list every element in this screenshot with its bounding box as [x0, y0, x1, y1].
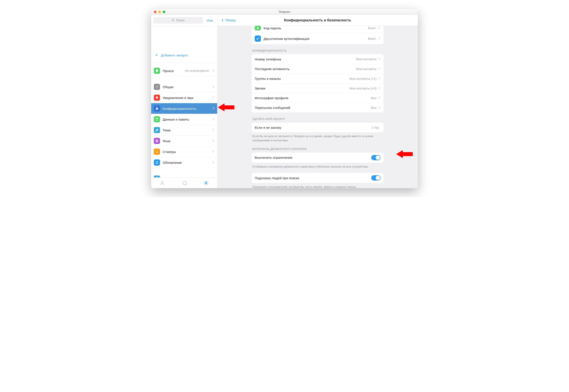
- chevron-right-icon: [212, 128, 214, 132]
- sidebar-item-label: Общие: [163, 85, 210, 89]
- section-header-privacy: КОНФИДЕНЦИАЛЬНОСТЬ: [251, 44, 384, 54]
- edit-button[interactable]: Изм.: [205, 18, 215, 22]
- chevron-right-icon: [378, 67, 380, 71]
- toggle-suggest[interactable]: [371, 175, 380, 181]
- sidebar-item-label: Уведомления и звук: [163, 96, 210, 100]
- suggest-note: Показывать пользователей, которым Вы час…: [251, 183, 384, 188]
- chevron-right-icon: [212, 117, 214, 121]
- sidebar-item-proxy[interactable]: Прокси Не используется: [151, 66, 217, 76]
- sidebar-item-privacy[interactable]: Конфиденциальность: [151, 103, 217, 114]
- svg-line-15: [205, 181, 205, 182]
- sidebar-item-theme[interactable]: Тема: [151, 125, 217, 136]
- svg-line-16: [207, 184, 208, 184]
- sidebar: Поиск Изм. + Добавить аккаунт Прокси Не …: [151, 15, 217, 188]
- window-title: Telegram: [151, 10, 418, 14]
- row-calls[interactable]: ЗвонкиМои контакты (+3): [252, 83, 384, 93]
- main-panel: Назад Конфиденциальность и безопасность …: [217, 15, 418, 188]
- row-label: Код-пароль: [264, 26, 368, 30]
- tab-contacts[interactable]: [151, 178, 173, 188]
- row-value: Выкл.: [368, 26, 376, 30]
- row-two-step[interactable]: Двухэтапная аутентификация Выкл.: [252, 33, 384, 44]
- search-placeholder: Поиск: [176, 18, 185, 22]
- privacy-card: Номер телефонаМои контакты Последняя акт…: [251, 54, 384, 113]
- sidebar-item-label: Стикеры: [163, 150, 210, 154]
- bell-icon: [154, 95, 160, 101]
- shield-icon: [154, 68, 160, 74]
- key-icon: [255, 36, 261, 42]
- svg-line-1: [174, 21, 174, 21]
- row-passcode[interactable]: Код-пароль Выкл.: [252, 26, 384, 33]
- chevron-right-icon: [378, 106, 380, 110]
- chevron-right-icon: [212, 96, 214, 100]
- row-value: Выкл.: [368, 37, 376, 40]
- row-suggest-people[interactable]: Подсказка людей при поиске: [252, 173, 384, 183]
- tab-settings[interactable]: [195, 178, 217, 188]
- row-label: Двухэтапная аутентификация: [264, 37, 368, 41]
- sidebar-item-notifications[interactable]: Уведомления и звук: [151, 92, 217, 103]
- chevron-right-icon: [378, 77, 380, 81]
- sidebar-scroll[interactable]: + Добавить аккаунт Прокси Не используетс…: [151, 26, 217, 178]
- main-header: Назад Конфиденциальность и безопасность: [217, 15, 418, 26]
- sidebar-item-label: Тема: [163, 128, 210, 132]
- chevron-right-icon: [212, 177, 214, 178]
- gear-icon: [154, 84, 160, 90]
- plus-icon: +: [155, 53, 158, 57]
- svg-point-9: [161, 181, 163, 183]
- row-delete-inactive[interactable]: Если я не захожу 1 год: [252, 123, 384, 132]
- row-groups[interactable]: Группы и каналыМои контакты (+1): [252, 74, 384, 83]
- chevron-right-icon: [378, 96, 380, 100]
- svg-line-18: [205, 184, 205, 184]
- section-header-delete: УДАЛИТЬ МОЙ АККАУНТ: [251, 113, 384, 122]
- sidebar-item-language[interactable]: Язык: [151, 136, 217, 146]
- tab-chats[interactable]: [173, 178, 195, 188]
- chevron-right-icon: [378, 57, 380, 61]
- chevron-right-icon: [378, 86, 380, 90]
- chevron-right-icon: [212, 161, 214, 165]
- sidebar-item-update[interactable]: Обновление: [151, 157, 217, 168]
- chevron-right-icon: [212, 139, 214, 143]
- row-disable-restrictions[interactable]: Выключить ограничения: [252, 153, 384, 163]
- app-window: Telegram Поиск Изм. + Добавить аккаунт: [151, 9, 418, 188]
- brush-icon: [154, 127, 160, 133]
- svg-point-10: [205, 182, 207, 184]
- svg-point-0: [172, 19, 174, 21]
- sidebar-item-label: Данные и память: [163, 117, 210, 121]
- chevron-right-icon: [212, 85, 214, 89]
- delete-note: Если Вы ни разу не заглянете в Telegram …: [251, 132, 384, 143]
- titlebar: Telegram: [151, 9, 418, 15]
- refresh-icon: [154, 159, 160, 166]
- sticker-icon: [154, 149, 160, 155]
- svg-point-6: [156, 150, 158, 153]
- page-title: Конфиденциальность и безопасность: [217, 18, 418, 22]
- row-lastseen[interactable]: Последняя активностьМои контакты: [252, 64, 384, 74]
- lock-icon: [154, 105, 160, 112]
- svg-point-20: [257, 38, 258, 40]
- sidebar-item-general[interactable]: Общие: [151, 82, 217, 92]
- row-forward[interactable]: Пересылка сообщенийВсе: [252, 103, 384, 112]
- sidebar-item-label: Прокси: [163, 69, 182, 73]
- app-body: Поиск Изм. + Добавить аккаунт Прокси Не …: [151, 15, 418, 188]
- lock-icon: [255, 26, 261, 30]
- sensitive-note: Отображать материалы деликатного характе…: [251, 163, 384, 169]
- sidebar-item-stickers[interactable]: Стикеры: [151, 146, 217, 157]
- chevron-right-icon: [212, 150, 214, 154]
- row-phone[interactable]: Номер телефонаМои контакты: [252, 54, 384, 64]
- content-scroll[interactable]: Код-пароль Выкл. Двухэтапная аутентифика…: [217, 26, 418, 188]
- bottom-tabs: [151, 178, 217, 188]
- question-icon: ?: [154, 176, 160, 178]
- chevron-right-icon: [378, 37, 380, 41]
- sidebar-top: Поиск Изм.: [151, 15, 217, 26]
- svg-point-4: [156, 118, 158, 119]
- chevron-right-icon: [212, 107, 214, 111]
- globe-icon: [154, 138, 160, 144]
- sidebar-item-label: Telegram FAQ: [163, 177, 210, 178]
- row-photo[interactable]: Фотография профиляВсе: [252, 93, 384, 103]
- sidebar-item-data[interactable]: Данные и память: [151, 114, 217, 125]
- sidebar-item-faq[interactable]: ? Telegram FAQ: [151, 173, 217, 178]
- svg-rect-19: [257, 28, 259, 29]
- add-account-button[interactable]: + Добавить аккаунт: [151, 50, 217, 60]
- svg-rect-3: [156, 108, 158, 110]
- search-input[interactable]: Поиск: [153, 17, 203, 24]
- svg-line-17: [207, 181, 208, 182]
- toggle-sensitive[interactable]: [371, 155, 380, 160]
